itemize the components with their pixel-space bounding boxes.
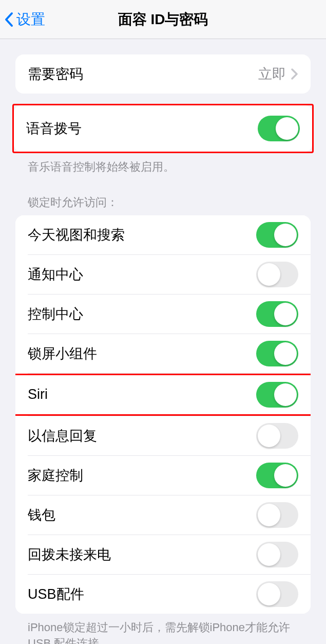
lock-access-label: 家庭控制	[28, 466, 83, 485]
lock-access-row-today: 今天视图和搜索	[15, 215, 311, 254]
home-control-toggle[interactable]	[256, 463, 298, 488]
chevron-left-icon	[4, 12, 13, 27]
return-missed-calls-toggle[interactable]	[256, 542, 298, 567]
wallet-toggle[interactable]	[256, 502, 298, 528]
passcode-required-label: 需要密码	[28, 65, 83, 83]
lock-access-row-control: 控制中心	[15, 295, 311, 334]
lock-access-footer: iPhone锁定超过一小时后，需先解锁iPhone才能允许 USB 配件连接。	[15, 614, 311, 644]
siri-toggle[interactable]	[256, 382, 298, 408]
lock-access-row-usb: USB配件	[15, 575, 311, 614]
lock-access-label: 控制中心	[28, 305, 83, 323]
back-button[interactable]: 设置	[0, 10, 45, 29]
lock-access-row-notification: 通知中心	[15, 255, 311, 294]
back-label: 设置	[16, 10, 45, 29]
voice-dial-footer: 音乐语音控制将始终被启用。	[15, 153, 311, 175]
passcode-required-row[interactable]: 需要密码 立即	[15, 54, 311, 94]
today-view-toggle[interactable]	[256, 222, 298, 248]
highlight-voice-dial: 语音拨号	[12, 104, 314, 153]
passcode-required-value: 立即	[258, 65, 286, 83]
voice-dial-label: 语音拨号	[26, 119, 82, 138]
reply-message-toggle[interactable]	[256, 423, 298, 449]
lock-access-label: 通知中心	[28, 265, 83, 284]
control-center-toggle[interactable]	[256, 301, 298, 327]
nav-header: 设置 面容 ID与密码	[0, 0, 326, 39]
lock-access-label: USB配件	[28, 585, 84, 603]
lock-access-label: Siri	[28, 387, 48, 402]
lock-access-row-callback: 回拨未接来电	[15, 535, 311, 574]
lock-access-label: 以信息回复	[28, 427, 97, 445]
voice-dial-row: 语音拨号	[14, 105, 312, 152]
lock-access-row-siri: Siri	[15, 375, 311, 414]
lock-access-row-home: 家庭控制	[15, 456, 311, 495]
lock-access-label: 回拨未接来电	[28, 545, 111, 564]
lock-access-label: 锁屏小组件	[28, 344, 97, 363]
lock-access-row-widgets: 锁屏小组件	[15, 334, 311, 373]
chevron-right-icon	[291, 68, 298, 80]
lock-access-row-wallet: 钱包	[15, 495, 311, 535]
usb-accessories-toggle[interactable]	[256, 581, 298, 607]
lock-access-group: 今天视图和搜索 通知中心 控制中心 锁屏小组件 Siri 以信息回复	[15, 215, 311, 614]
voice-dial-group: 语音拨号	[14, 105, 312, 152]
notification-center-toggle[interactable]	[256, 262, 298, 287]
lock-widgets-toggle[interactable]	[256, 341, 298, 366]
page-title: 面容 ID与密码	[118, 10, 208, 29]
highlight-siri: Siri	[15, 374, 311, 416]
lock-access-header: 锁定时允许访问：	[15, 175, 311, 215]
lock-access-label: 钱包	[28, 506, 55, 524]
passcode-required-group: 需要密码 立即	[15, 54, 311, 94]
lock-access-label: 今天视图和搜索	[28, 226, 125, 244]
lock-access-row-reply: 以信息回复	[15, 416, 311, 455]
voice-dial-toggle[interactable]	[258, 116, 300, 141]
